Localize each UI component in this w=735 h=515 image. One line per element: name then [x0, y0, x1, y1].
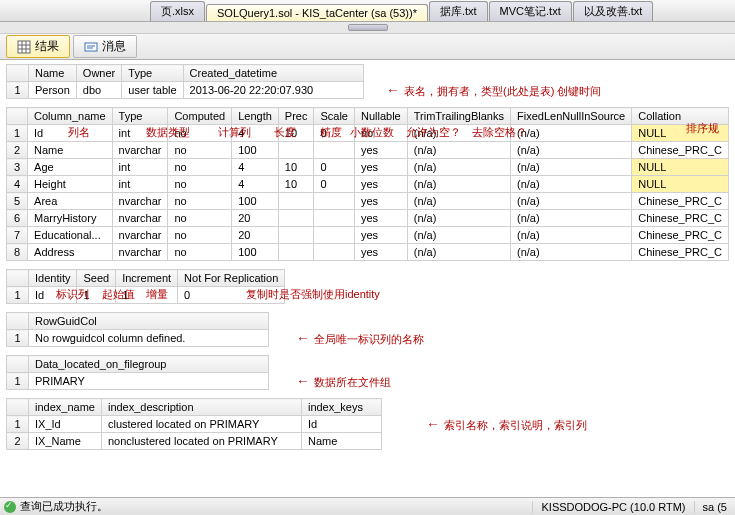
svg-rect-5 [85, 43, 97, 51]
status-user: sa (5 [694, 501, 735, 513]
th-computed[interactable]: Computed [168, 108, 232, 125]
table-row[interactable]: 5 Area nvarchar no 100 yes (n/a) (n/a) C… [7, 193, 729, 210]
th-ixkeys[interactable]: index_keys [301, 399, 381, 416]
th-name[interactable]: Name [29, 65, 77, 82]
table-row[interactable]: 1 Id 1 1 0 [7, 287, 285, 304]
splitter-bar[interactable] [0, 22, 735, 34]
doc-tab-xlsx[interactable]: 页.xlsx [150, 1, 205, 21]
th-created[interactable]: Created_datetime [183, 65, 363, 82]
th-filegroup[interactable]: Data_located_on_filegroup [29, 356, 269, 373]
filegroup-grid: Data_located_on_filegroup 1PRIMARY [6, 355, 269, 390]
table-row[interactable]: 2 Name nvarchar no 100 yes (n/a) (n/a) C… [7, 142, 729, 159]
th-length[interactable]: Length [232, 108, 279, 125]
table-row[interactable]: 1 IX_Id clustered located on PRIMARY Id [7, 416, 382, 433]
table-row[interactable]: 4 Height int no 4 10 0 yes (n/a) (n/a) N… [7, 176, 729, 193]
tab-messages-label: 消息 [102, 38, 126, 55]
th-ixdesc[interactable]: index_description [101, 399, 301, 416]
th-collation[interactable]: Collation [632, 108, 729, 125]
th-type[interactable]: Type [122, 65, 183, 82]
message-icon [84, 40, 98, 54]
table-row[interactable]: 2 IX_Name nonclustered located on PRIMAR… [7, 433, 382, 450]
status-message: 查询已成功执行。 [20, 499, 108, 514]
table-info-grid: Name Owner Type Created_datetime 1 Perso… [6, 64, 364, 99]
tab-results[interactable]: 结果 [6, 35, 70, 58]
annotation: ←全局唯一标识列的名称 [296, 330, 424, 347]
doc-tab-db[interactable]: 据库.txt [429, 1, 488, 21]
status-bar: 查询已成功执行。 KISSDODOG-PC (10.0 RTM) sa (5 [0, 497, 735, 515]
results-tabbar: 结果 消息 [0, 34, 735, 60]
annotation: ←索引名称，索引说明，索引列 [426, 416, 587, 433]
success-icon [4, 501, 16, 513]
tab-messages[interactable]: 消息 [73, 35, 137, 58]
document-tabbar: 页.xlsx SOLQuery1.sol - KIS_taCenter (sa … [0, 0, 735, 22]
th-nfr[interactable]: Not For Replication [178, 270, 285, 287]
th-scale[interactable]: Scale [314, 108, 355, 125]
th-identity[interactable]: Identity [29, 270, 77, 287]
doc-tab-other[interactable]: 以及改善.txt [573, 1, 654, 21]
table-row[interactable]: 6 MarryHistory nvarchar no 20 yes (n/a) … [7, 210, 729, 227]
th-colname[interactable]: Column_name [28, 108, 113, 125]
th-seed[interactable]: Seed [77, 270, 116, 287]
table-row[interactable]: 1PRIMARY [7, 373, 269, 390]
table-row[interactable]: 1No rowguidcol column defined. [7, 330, 269, 347]
doc-tab-sql[interactable]: SOLQuery1.sol - KIS_taCenter (sa (53))* [206, 4, 428, 21]
annotation: ←表名，拥有者，类型(此处是表) 创键时间 [386, 82, 601, 99]
th-nullable[interactable]: Nullable [354, 108, 407, 125]
results-pane[interactable]: Name Owner Type Created_datetime 1 Perso… [0, 60, 735, 500]
annotation: ←数据所在文件组 [296, 373, 391, 390]
rowguid-grid: RowGuidCol 1No rowguidcol column defined… [6, 312, 269, 347]
svg-rect-0 [18, 41, 30, 53]
table-row[interactable]: 8 Address nvarchar no 100 yes (n/a) (n/a… [7, 244, 729, 261]
th-prec[interactable]: Prec [278, 108, 314, 125]
indexes-grid: index_name index_description index_keys … [6, 398, 382, 450]
table-row[interactable]: 1 Id int no 4 10 0 no (n/a) (n/a) NULL [7, 125, 729, 142]
tab-results-label: 结果 [35, 38, 59, 55]
identity-grid: Identity Seed Increment Not For Replicat… [6, 269, 285, 304]
table-row[interactable]: 3 Age int no 4 10 0 yes (n/a) (n/a) NULL [7, 159, 729, 176]
table-row[interactable]: 7 Educational... nvarchar no 20 yes (n/a… [7, 227, 729, 244]
doc-tab-mvc[interactable]: MVC笔记.txt [489, 1, 572, 21]
table-row[interactable]: 1 Person dbo user table 2013-06-20 22:20… [7, 82, 364, 99]
th-type2[interactable]: Type [112, 108, 168, 125]
status-server: KISSDODOG-PC (10.0 RTM) [532, 501, 693, 513]
th-owner[interactable]: Owner [76, 65, 121, 82]
th-ixname[interactable]: index_name [29, 399, 102, 416]
th-trim[interactable]: TrimTrailingBlanks [407, 108, 510, 125]
th-inc[interactable]: Increment [116, 270, 178, 287]
grid-icon [17, 40, 31, 54]
th-fixed[interactable]: FixedLenNullInSource [511, 108, 632, 125]
th-rowguid[interactable]: RowGuidCol [29, 313, 269, 330]
columns-grid: Column_name Type Computed Length Prec Sc… [6, 107, 729, 261]
